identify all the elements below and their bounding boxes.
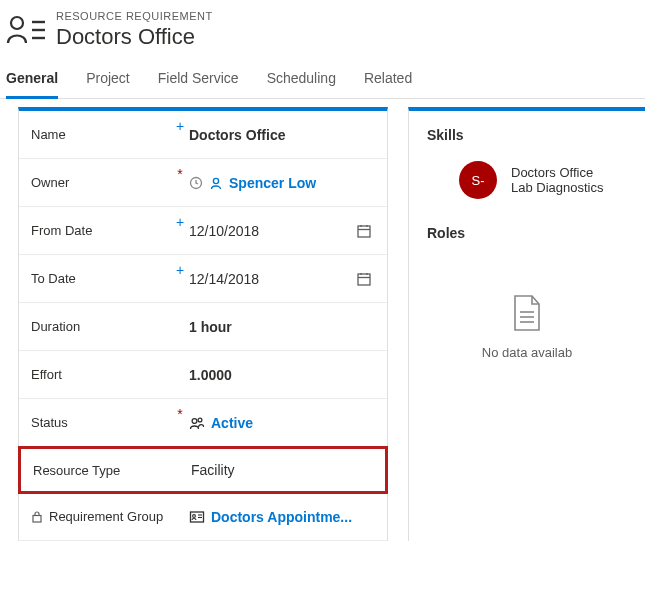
no-data-text: No data availab	[409, 345, 645, 360]
row-effort[interactable]: Effort 1.0000	[19, 351, 387, 399]
label-name: Name	[31, 127, 171, 142]
entity-label: RESOURCE REQUIREMENT	[56, 10, 213, 22]
tab-scheduling[interactable]: Scheduling	[267, 70, 336, 99]
page-title: Doctors Office	[56, 24, 213, 50]
tab-project[interactable]: Project	[86, 70, 130, 99]
row-requirement-group[interactable]: Requirement Group Doctors Appointme...	[19, 493, 387, 541]
document-icon	[510, 293, 544, 333]
requirement-group-link[interactable]: Doctors Appointme...	[211, 509, 352, 525]
svg-rect-6	[358, 226, 370, 237]
label-requirement-group: Requirement Group	[31, 509, 171, 524]
person-icon	[209, 176, 223, 190]
status-link[interactable]: Active	[211, 415, 253, 431]
label-status: Status	[31, 415, 171, 430]
tab-related[interactable]: Related	[364, 70, 412, 99]
label-resource-type: Resource Type	[33, 463, 173, 478]
no-data: No data availab	[409, 253, 645, 370]
row-resource-type[interactable]: Resource Type Facility	[18, 446, 388, 494]
row-status[interactable]: Status * Active	[19, 399, 387, 447]
svg-rect-16	[33, 516, 41, 523]
people-icon	[189, 416, 205, 430]
row-to-date[interactable]: To Date + 12/14/2018	[19, 255, 387, 303]
card-icon	[189, 510, 205, 524]
side-panel: Skills S- Doctors Office Lab Diagnostics…	[408, 107, 645, 541]
row-name[interactable]: Name + Doctors Office	[19, 111, 387, 159]
tab-bar: General Project Field Service Scheduling…	[0, 60, 645, 99]
svg-point-15	[198, 418, 202, 422]
tab-field-service[interactable]: Field Service	[158, 70, 239, 99]
value-to-date[interactable]: 12/14/2018	[189, 271, 353, 287]
content: Name + Doctors Office Owner * Spencer Lo…	[0, 99, 645, 541]
label-duration: Duration	[31, 319, 171, 334]
roles-heading: Roles	[409, 209, 645, 253]
svg-point-0	[11, 17, 23, 29]
skill-item[interactable]: S- Doctors Office Lab Diagnostics	[409, 155, 645, 209]
svg-point-18	[193, 514, 196, 517]
value-from-date[interactable]: 12/10/2018	[189, 223, 353, 239]
label-to-date: To Date	[31, 271, 171, 286]
value-name[interactable]: Doctors Office	[189, 127, 353, 143]
label-owner: Owner	[31, 175, 171, 190]
page-header: RESOURCE REQUIREMENT Doctors Office	[0, 0, 645, 60]
recommended-marker: +	[171, 111, 189, 133]
recommended-marker: +	[171, 255, 189, 277]
lock-icon	[31, 510, 43, 523]
required-marker: *	[171, 159, 189, 181]
owner-link[interactable]: Spencer Low	[229, 175, 316, 191]
label-from-date: From Date	[31, 223, 171, 238]
required-marker: *	[171, 399, 189, 421]
clock-icon	[189, 176, 203, 190]
skill-subtitle: Lab Diagnostics	[511, 180, 604, 195]
recommended-marker: +	[171, 207, 189, 229]
row-owner[interactable]: Owner * Spencer Low	[19, 159, 387, 207]
skill-title: Doctors Office	[511, 165, 604, 180]
tab-general[interactable]: General	[6, 70, 58, 99]
calendar-icon[interactable]	[356, 223, 372, 239]
value-owner[interactable]: Spencer Low	[189, 175, 353, 191]
value-status[interactable]: Active	[189, 415, 353, 431]
calendar-icon[interactable]	[356, 271, 372, 287]
skills-heading: Skills	[409, 111, 645, 155]
label-effort: Effort	[31, 367, 171, 382]
value-duration[interactable]: 1 hour	[189, 319, 353, 335]
row-from-date[interactable]: From Date + 12/10/2018	[19, 207, 387, 255]
skill-avatar: S-	[459, 161, 497, 199]
form-panel: Name + Doctors Office Owner * Spencer Lo…	[18, 107, 388, 541]
value-resource-type[interactable]: Facility	[191, 462, 351, 478]
value-effort[interactable]: 1.0000	[189, 367, 353, 383]
svg-point-14	[192, 418, 197, 423]
row-duration[interactable]: Duration 1 hour	[19, 303, 387, 351]
value-requirement-group[interactable]: Doctors Appointme...	[189, 509, 353, 525]
svg-point-5	[213, 178, 218, 183]
svg-rect-10	[358, 274, 370, 285]
person-list-icon	[6, 11, 46, 49]
